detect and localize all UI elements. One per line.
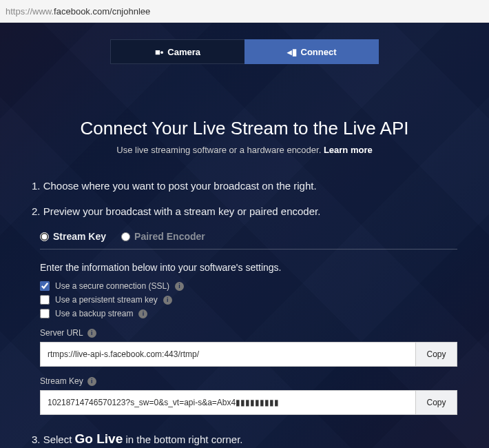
radio-stream-key[interactable]: Stream Key [40, 231, 106, 242]
step-1: 1. Choose where you want to post your br… [32, 180, 457, 192]
tab-connect-label: Connect [301, 47, 337, 57]
info-icon[interactable]: i [87, 329, 96, 338]
checkbox-ssl[interactable]: Use a secure connection (SSL)i [40, 281, 457, 291]
source-tabs: ■• Camera ◂▮ Connect [0, 39, 489, 64]
copy-stream-key-button[interactable]: Copy [416, 390, 457, 415]
info-icon[interactable]: i [138, 309, 147, 318]
server-url-input[interactable] [40, 342, 416, 367]
instruction-text: Enter the information below into your so… [40, 262, 457, 273]
camera-icon: ■• [155, 47, 163, 57]
page-title: Connect Your Live Stream to the Live API [0, 118, 489, 139]
checkbox-persistent[interactable]: Use a persistent stream keyi [40, 295, 457, 305]
address-bar[interactable]: https://www.facebook.com/cnjohnlee [0, 0, 489, 23]
url-rest: facebook.com/cnjohnlee [54, 6, 150, 17]
stream-key-label: Stream Keyi [40, 376, 457, 386]
connect-icon: ◂▮ [287, 47, 297, 57]
tab-camera-label: Camera [167, 47, 200, 57]
radio-paired-encoder[interactable]: Paired Encoder [121, 231, 205, 242]
checkbox-backup[interactable]: Use a backup streami [40, 309, 457, 318]
stream-key-input[interactable] [40, 390, 416, 415]
tab-camera[interactable]: ■• Camera [110, 39, 244, 64]
info-icon[interactable]: i [175, 282, 184, 291]
copy-server-url-button[interactable]: Copy [416, 342, 457, 367]
step-3: 3. Select Go Live in the bottom right co… [32, 431, 457, 447]
learn-more-link[interactable]: Learn more [324, 145, 373, 155]
tab-connect[interactable]: ◂▮ Connect [244, 39, 379, 64]
info-icon[interactable]: i [163, 296, 172, 305]
encoder-mode-radios: Stream Key Paired Encoder [40, 231, 457, 250]
url-protocol: https:// [6, 6, 32, 17]
info-icon[interactable]: i [87, 377, 96, 386]
step-2: 2. Preview your broadcast with a stream … [32, 205, 457, 217]
page-subtitle: Use live streaming software or a hardwar… [0, 145, 489, 155]
server-url-label: Server URLi [40, 328, 457, 338]
url-www: www. [32, 6, 54, 17]
